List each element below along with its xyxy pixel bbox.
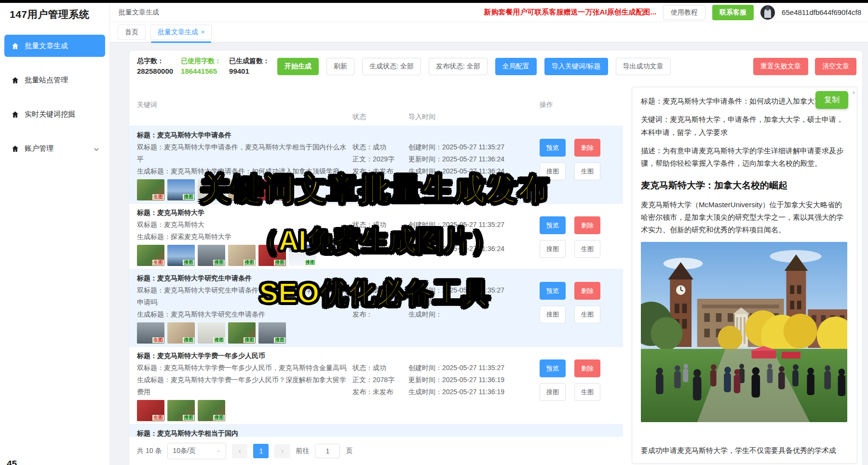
- breadcrumb: 批量文章生成: [119, 8, 159, 17]
- tab-batch-article[interactable]: 批量文章生成×: [150, 25, 212, 40]
- stat-article-count: 已生成篇数： 99401: [229, 56, 270, 77]
- row-updated: 更新时间：: [408, 231, 540, 243]
- reset-failed-button[interactable]: 重置失败文章: [753, 58, 808, 75]
- table-row: 标题：麦克马斯特大学学费一年多少人民币 双标题：麦克马斯特大学学费一年多少人民币…: [129, 347, 623, 425]
- thumbnail[interactable]: 搜图: [198, 322, 225, 344]
- row-status: 状态：成功: [353, 362, 408, 374]
- thumbnail[interactable]: 生图: [137, 245, 164, 266]
- preview-button[interactable]: 预览: [540, 216, 566, 234]
- campus-photo: [641, 242, 847, 422]
- topbar: 批量文章生成 新购套餐用户可联系客服赠送一万张AI原创生成配图... 使用教程 …: [110, 0, 868, 22]
- article-generated-title: 生成标题：麦克马斯特大学学费一年多少人民币？深度解析加拿大留学费用: [137, 374, 347, 398]
- sidebar-item-account[interactable]: 账户管理: [4, 137, 105, 159]
- home-icon: [11, 110, 19, 119]
- thumbnail[interactable]: 搜图: [198, 245, 225, 266]
- search-badge: 搜图: [183, 337, 194, 343]
- thumbnail[interactable]: 搜图: [258, 322, 286, 344]
- tutorial-button[interactable]: 使用教程: [663, 5, 705, 20]
- delete-button[interactable]: 删除: [574, 216, 600, 234]
- close-icon[interactable]: ×: [201, 29, 204, 36]
- search-badge: 搜图: [213, 415, 225, 421]
- next-page-button[interactable]: ›: [274, 444, 290, 458]
- publish-status-select[interactable]: 发布状态: 全部: [429, 58, 488, 75]
- preview-button[interactable]: 预览: [540, 282, 566, 300]
- refresh-button[interactable]: 刷新: [326, 58, 354, 75]
- thumbnail[interactable]: 生图: [137, 179, 164, 200]
- search-image-button[interactable]: 搜图: [540, 240, 566, 258]
- thumbnail[interactable]: 搜图: [228, 245, 256, 266]
- stat-value: 282580000: [137, 66, 173, 77]
- search-badge: 搜图: [213, 337, 225, 343]
- export-success-button[interactable]: 导出成功文章: [616, 58, 671, 75]
- preview-button[interactable]: 预览: [540, 359, 566, 377]
- preview-heading: 麦克马斯特大学：加拿大名校的崛起: [641, 177, 847, 193]
- import-keywords-button[interactable]: 导入关键词/标题: [544, 58, 608, 75]
- search-image-button[interactable]: 搜图: [540, 383, 566, 401]
- prev-page-button[interactable]: ‹: [232, 444, 247, 458]
- thumbnail[interactable]: 搜图: [167, 400, 195, 421]
- stat-used-words: 已使用字数： 186441565: [181, 56, 221, 77]
- actions-cell: 预览 删除 搜图 生图: [540, 272, 615, 344]
- tab-home-label: 首页: [125, 28, 138, 36]
- letterbox-bar: [0, 0, 868, 3]
- keyword-cell: 标题：麦克马斯特大学 双标题：麦克马斯特大 生成标题：探索麦克马斯特大学 生图 …: [137, 207, 353, 266]
- generate-image-button[interactable]: 生图: [574, 240, 600, 258]
- row-publish: 发布：未发布: [353, 386, 408, 398]
- content-area: 总字数： 282580000 已使用字数： 186441565 已生成篇数： 9…: [110, 42, 868, 465]
- thumbnail[interactable]: 搜图: [258, 179, 286, 200]
- pagination-total: 共 10 条: [137, 447, 162, 455]
- sidebar-item-keyword-mining[interactable]: 实时关键词挖掘: [4, 103, 105, 125]
- delete-button[interactable]: 删除: [574, 139, 600, 157]
- tab-home[interactable]: 首页: [118, 25, 146, 40]
- sidebar-item-batch-article[interactable]: 批量文章生成: [4, 35, 105, 57]
- avatar[interactable]: [760, 5, 775, 20]
- generate-image-button[interactable]: 生图: [574, 306, 600, 323]
- contact-support-button[interactable]: 联系客服: [712, 5, 754, 20]
- generate-image-button[interactable]: 生图: [574, 383, 600, 401]
- thumbnail[interactable]: 搜图: [289, 245, 316, 266]
- table-row: 标题：麦克马斯特大学 双标题：麦克马斯特大 生成标题：探索麦克马斯特大学 生图 …: [129, 204, 623, 269]
- article-preview-panel: 复制 ▲ 标题：麦克马斯特大学申请条件：如何成功进入加拿大顶级学府 关键词：麦克…: [632, 87, 857, 464]
- pagination: 共 10 条 10条/页 ⌄ ‹ 1 › 前往 页: [129, 437, 623, 465]
- sidebar-item-batch-site[interactable]: 批量站点管理: [4, 69, 105, 91]
- thumbnail[interactable]: 搜图: [167, 322, 195, 344]
- copy-button[interactable]: 复制: [815, 91, 848, 109]
- goto-page-input[interactable]: [315, 444, 340, 458]
- thumbnail[interactable]: 搜图: [258, 245, 286, 266]
- thumbnail[interactable]: 搜图: [167, 245, 195, 266]
- clear-articles-button[interactable]: 清空文章: [815, 58, 856, 75]
- time-cell: 创建时间：2025-05-27 11:35:27 更新时间：2025-05-27…: [408, 427, 540, 437]
- topbar-right: 新购套餐用户可联系客服赠送一万张AI原创生成配图... 使用教程 联系客服 65…: [484, 5, 861, 20]
- thumbnail[interactable]: 生图: [137, 400, 164, 421]
- search-image-button[interactable]: 搜图: [540, 162, 566, 180]
- generate-status-select[interactable]: 生成状态: 全部: [362, 58, 421, 75]
- header-actions: 操作: [540, 101, 615, 121]
- delete-button[interactable]: 删除: [574, 359, 600, 377]
- article-table: 关键词 状态 导入时间 操作 标题：麦克马斯特大学申请条件 双标题：麦克马斯特大…: [129, 96, 623, 437]
- thumbnail[interactable]: 搜图: [167, 179, 195, 200]
- delete-button[interactable]: 删除: [574, 282, 600, 300]
- thumbnail[interactable]: 搜图: [289, 179, 316, 200]
- stat-value: 186441565: [181, 66, 221, 77]
- main-card: 总字数： 282580000 已使用字数： 186441565 已生成篇数： 9…: [129, 51, 862, 465]
- generate-badge: 生图: [152, 415, 164, 421]
- goto-unit-label: 页: [346, 447, 353, 455]
- thumbnail[interactable]: 搜图: [198, 400, 225, 421]
- current-page-button[interactable]: 1: [253, 444, 269, 458]
- promo-notice[interactable]: 新购套餐用户可联系客服赠送一万张AI原创生成配图...: [484, 8, 657, 17]
- generate-image-button[interactable]: 生图: [574, 162, 600, 180]
- home-icon: [11, 42, 19, 50]
- page-size-select[interactable]: 10条/页 ⌄: [167, 443, 226, 459]
- preview-button[interactable]: 预览: [540, 139, 566, 157]
- thumbnail[interactable]: 搜图: [198, 179, 225, 200]
- thumbnail[interactable]: 生图: [137, 322, 164, 344]
- thumbnail[interactable]: 搜图: [228, 322, 256, 344]
- search-image-button[interactable]: 搜图: [540, 306, 566, 323]
- actions-cell: 预览 删除 搜图 生图: [540, 129, 615, 200]
- article-generated-title: 生成标题：探索麦克马斯特大学: [137, 231, 347, 243]
- scroll-up-icon[interactable]: ▲: [852, 89, 856, 96]
- thumbnail[interactable]: 搜图: [228, 179, 256, 200]
- start-generate-button[interactable]: 开始生成: [277, 58, 319, 75]
- global-config-button[interactable]: 全局配置: [495, 58, 537, 75]
- row-words: 正文：2029字: [353, 153, 408, 165]
